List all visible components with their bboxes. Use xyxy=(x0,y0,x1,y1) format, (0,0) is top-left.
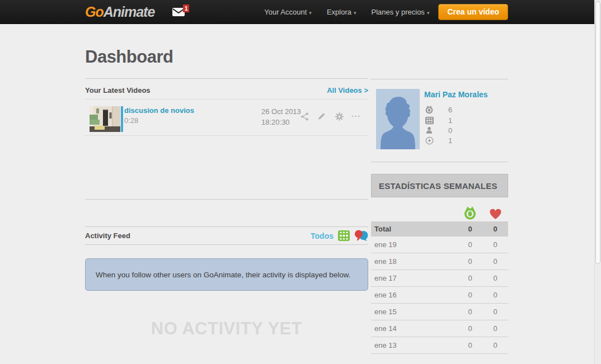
nav-your-account[interactable]: Your Account▾ xyxy=(264,8,312,16)
stats-likes-value: 0 xyxy=(482,274,508,282)
divider xyxy=(371,79,508,79)
video-status-bar xyxy=(121,106,123,132)
stats-row: ene 16 0 0 xyxy=(371,287,508,304)
activity-info-message: When you follow other users on GoAnimate… xyxy=(96,271,350,279)
video-date: 26 Oct 2013 xyxy=(261,106,301,117)
followers-icon xyxy=(425,126,434,135)
create-video-button[interactable]: Crea un vídeo xyxy=(438,4,508,20)
activity-info-box: When you follow other users on GoAnimate… xyxy=(85,258,368,291)
divider xyxy=(85,135,368,136)
settings-gear-icon[interactable] xyxy=(334,111,344,121)
weekly-stats-title: ESTADÍSTICAS SEMANALES xyxy=(379,181,497,191)
logo-go: Go xyxy=(85,4,104,20)
more-options-icon[interactable]: ··· xyxy=(351,112,361,121)
share-icon[interactable] xyxy=(299,111,309,121)
stats-row-label: ene 14 xyxy=(371,324,458,333)
video-thumbnail-image xyxy=(90,106,120,132)
profile-stat-value: 0 xyxy=(448,126,452,135)
weekly-stats-table: Total 0 0 ene 19 0 0 ene 18 0 0 ene 17 0… xyxy=(371,221,508,354)
video-datetime: 26 Oct 2013 18:20:30 xyxy=(261,106,301,127)
chevron-down-icon: ▾ xyxy=(309,10,312,16)
stats-row: ene 14 0 0 xyxy=(371,320,508,337)
stats-likes-value: 0 xyxy=(482,225,508,233)
video-actions: ··· xyxy=(299,111,361,121)
navbar-links: Your Account▾ Explora▾ Planes y precios▾ xyxy=(264,8,429,16)
videos-filter-icon[interactable] xyxy=(338,230,350,242)
stats-row-label: ene 19 xyxy=(371,240,458,249)
stats-row: ene 17 0 0 xyxy=(371,270,508,287)
stats-row-label: ene 16 xyxy=(371,291,458,299)
todos-filter-link[interactable]: Todos xyxy=(311,231,334,240)
video-row: discusion de novios 0:28 26 Oct 2013 18:… xyxy=(90,106,364,133)
comments-filter-icon[interactable] xyxy=(354,230,368,242)
all-videos-link[interactable]: All Videos > xyxy=(327,86,368,94)
stats-row-label: ene 17 xyxy=(371,274,458,282)
profile-stat-videos: 1 xyxy=(425,115,509,125)
stats-views-value: 0 xyxy=(458,308,482,316)
stats-views-value: 0 xyxy=(458,341,482,349)
plays-icon xyxy=(425,136,434,145)
profile-stat-followers: 0 xyxy=(425,125,509,135)
activity-feed-header: Activity Feed Todos xyxy=(85,228,368,243)
latest-videos-header: Your Latest Videos All Videos > xyxy=(85,83,368,97)
stats-views-value: 0 xyxy=(458,274,482,282)
stats-row: ene 13 0 0 xyxy=(371,337,508,354)
logo-animate: Animate xyxy=(104,4,155,20)
stats-likes-value: 0 xyxy=(482,240,508,249)
avatar[interactable] xyxy=(376,89,420,149)
video-time: 18:20:30 xyxy=(261,117,301,127)
messages-button[interactable]: 1 xyxy=(172,6,187,18)
divider xyxy=(85,199,368,200)
stats-views-value: 0 xyxy=(458,257,482,266)
weekly-stats-columns xyxy=(371,200,508,221)
stats-row: ene 19 0 0 xyxy=(371,237,508,253)
divider xyxy=(371,162,508,162)
stats-row-label: Total xyxy=(371,225,458,233)
videos-icon xyxy=(425,116,434,125)
profile-stat-value: 6 xyxy=(448,106,452,114)
stats-views-value: 0 xyxy=(458,240,482,249)
stats-row-label: ene 15 xyxy=(371,308,458,316)
chevron-down-icon: ▾ xyxy=(427,10,430,16)
profile-stat-value: 1 xyxy=(448,136,452,145)
stats-likes-value: 0 xyxy=(482,308,508,316)
nav-planes-precios[interactable]: Planes y precios▾ xyxy=(371,8,429,16)
stats-likes-value: 0 xyxy=(482,341,508,349)
stats-row: ene 15 0 0 xyxy=(371,304,508,320)
page-scrollbar[interactable] xyxy=(594,0,601,364)
activity-feed-filters: Todos xyxy=(311,230,368,242)
divider xyxy=(85,226,368,227)
mail-badge: 1 xyxy=(183,4,189,12)
video-duration: 0:28 xyxy=(124,116,194,125)
edit-pencil-icon[interactable] xyxy=(317,111,327,121)
top-navbar: GoAnimate 1 Your Account▾ Explora▾ Plane… xyxy=(0,0,594,24)
profile-name-link[interactable]: Mari Paz Morales xyxy=(424,90,488,99)
video-title-link[interactable]: discusion de novios xyxy=(124,106,194,115)
stats-views-value: 0 xyxy=(458,225,482,233)
profile-stat-value: 1 xyxy=(448,116,452,125)
points-icon xyxy=(425,105,434,114)
likes-icon xyxy=(482,208,508,220)
video-info: discusion de novios 0:28 xyxy=(124,106,194,125)
goanimate-logo[interactable]: GoAnimate xyxy=(85,4,154,20)
latest-videos-title: Your Latest Videos xyxy=(85,86,151,94)
divider xyxy=(85,99,368,100)
stats-likes-value: 0 xyxy=(482,257,508,266)
stats-views-value: 0 xyxy=(458,291,482,299)
stats-row-label: ene 18 xyxy=(371,257,458,266)
scrollbar-thumb[interactable] xyxy=(595,1,600,264)
nav-explora[interactable]: Explora▾ xyxy=(327,8,356,16)
divider xyxy=(85,244,368,245)
video-thumbnail[interactable] xyxy=(90,106,123,132)
divider xyxy=(85,78,368,79)
views-icon xyxy=(458,205,482,220)
weekly-stats-header: ESTADÍSTICAS SEMANALES xyxy=(371,174,508,197)
avatar-silhouette xyxy=(376,89,420,149)
stats-row-label: ene 13 xyxy=(371,341,458,349)
profile-stat-plays: 1 xyxy=(425,135,509,145)
stats-row: ene 18 0 0 xyxy=(371,253,508,270)
stats-views-value: 0 xyxy=(458,324,482,333)
activity-feed-title: Activity Feed xyxy=(85,231,130,240)
chevron-down-icon: ▾ xyxy=(354,10,356,16)
page-title: Dashboard xyxy=(85,47,173,67)
